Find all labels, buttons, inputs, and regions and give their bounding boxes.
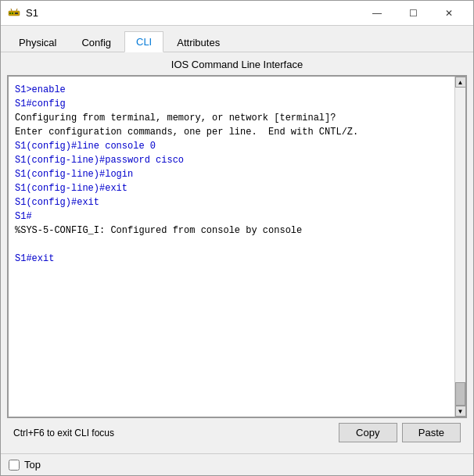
cli-line: Enter configuration commands, one per li… (15, 125, 448, 139)
tab-bar: Physical Config CLI Attributes (1, 26, 473, 52)
cli-terminal[interactable]: S1>enableS1#configConfiguring from termi… (7, 75, 467, 418)
window-title: S1 (26, 7, 359, 19)
window-controls: — ☐ ✕ (359, 1, 467, 26)
status-bar: Ctrl+F6 to exit CLI focus Copy Paste (7, 418, 467, 447)
cli-line: Configuring from terminal, memory, or ne… (15, 111, 448, 125)
router-icon (7, 6, 21, 20)
main-content: IOS Command Line Interface S1>enableS1#c… (1, 52, 473, 453)
cli-line: S1#exit (15, 252, 448, 266)
cli-output-area[interactable]: S1>enableS1#configConfiguring from termi… (9, 77, 454, 417)
cli-line: S1#config (15, 97, 448, 111)
top-checkbox-wrap: Top (9, 459, 41, 471)
cli-line: S1(config-line)#exit (15, 181, 448, 195)
scroll-track[interactable] (455, 88, 465, 406)
scroll-thumb[interactable] (455, 382, 465, 406)
svg-point-2 (12, 13, 13, 14)
svg-line-5 (16, 9, 17, 11)
bottom-bar: Top (1, 453, 473, 475)
tab-config[interactable]: Config (70, 32, 123, 52)
top-checkbox-label[interactable]: Top (24, 459, 41, 471)
cli-line: S1>enable (15, 83, 448, 97)
cli-line: S1(config-line)#password cisco (15, 153, 448, 167)
cli-line (15, 238, 448, 252)
top-checkbox[interactable] (9, 460, 20, 471)
cli-line: S1(config-line)#login (15, 167, 448, 181)
minimize-button[interactable]: — (359, 1, 395, 26)
tab-attributes[interactable]: Attributes (165, 32, 232, 52)
svg-rect-3 (15, 13, 18, 14)
scroll-down-button[interactable]: ▼ (455, 406, 466, 417)
scroll-up-button[interactable]: ▲ (455, 77, 466, 88)
tab-cli[interactable]: CLI (124, 31, 163, 52)
copy-button[interactable]: Copy (339, 423, 397, 442)
cli-line: S1# (15, 209, 448, 224)
main-window: S1 — ☐ ✕ Physical Config CLI Attributes … (0, 0, 474, 476)
cli-line: S1(config)#line console 0 (15, 139, 448, 153)
title-bar: S1 — ☐ ✕ (1, 1, 473, 26)
action-buttons: Copy Paste (339, 423, 461, 442)
scrollbar[interactable]: ▲ ▼ (454, 77, 465, 417)
close-button[interactable]: ✕ (431, 1, 467, 26)
tab-physical[interactable]: Physical (7, 32, 68, 52)
status-text: Ctrl+F6 to exit CLI focus (13, 428, 114, 438)
maximize-button[interactable]: ☐ (395, 1, 431, 26)
cli-line: %SYS-5-CONFIG_I: Configured from console… (15, 224, 448, 238)
cli-line: S1(config)#exit (15, 195, 448, 209)
svg-line-4 (11, 9, 12, 11)
svg-point-1 (9, 13, 11, 14)
section-title: IOS Command Line Interface (7, 59, 467, 70)
paste-button[interactable]: Paste (402, 423, 461, 442)
